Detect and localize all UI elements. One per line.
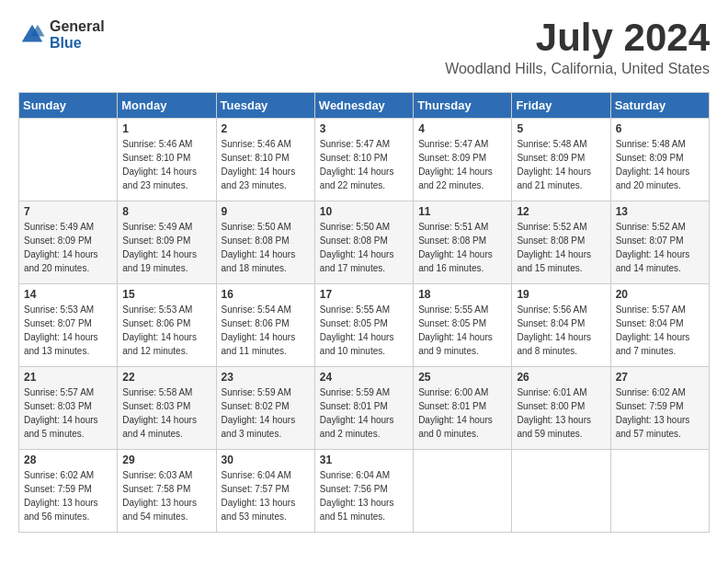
day-info: Sunrise: 5:52 AMSunset: 8:08 PMDaylight:… — [517, 220, 605, 275]
day-cell — [19, 119, 118, 201]
day-info: Sunrise: 5:57 AMSunset: 8:04 PMDaylight:… — [616, 303, 704, 358]
day-number: 25 — [418, 371, 506, 384]
day-cell: 8Sunrise: 5:49 AMSunset: 8:09 PMDaylight… — [118, 201, 216, 284]
calendar-table: SundayMondayTuesdayWednesdayThursdayFrid… — [18, 92, 710, 533]
day-cell: 14Sunrise: 5:53 AMSunset: 8:07 PMDayligh… — [19, 284, 118, 367]
day-number: 26 — [517, 371, 605, 384]
day-info: Sunrise: 5:55 AMSunset: 8:05 PMDaylight:… — [320, 303, 408, 358]
day-number: 14 — [24, 288, 112, 301]
day-info: Sunrise: 6:02 AMSunset: 7:59 PMDaylight:… — [24, 468, 112, 523]
day-info: Sunrise: 5:46 AMSunset: 8:10 PMDaylight:… — [122, 137, 210, 192]
day-cell: 15Sunrise: 5:53 AMSunset: 8:06 PMDayligh… — [118, 284, 216, 367]
day-info: Sunrise: 6:02 AMSunset: 7:59 PMDaylight:… — [616, 385, 704, 441]
day-info: Sunrise: 5:47 AMSunset: 8:10 PMDaylight:… — [320, 137, 408, 192]
day-number: 29 — [122, 454, 210, 466]
day-number: 2 — [222, 122, 310, 135]
day-cell: 24Sunrise: 5:59 AMSunset: 8:01 PMDayligh… — [314, 367, 413, 450]
day-cell: 11Sunrise: 5:51 AMSunset: 8:08 PMDayligh… — [414, 201, 512, 284]
day-cell: 31Sunrise: 6:04 AMSunset: 7:56 PMDayligh… — [314, 450, 413, 533]
week-row: 14Sunrise: 5:53 AMSunset: 8:07 PMDayligh… — [19, 284, 710, 367]
day-info: Sunrise: 5:48 AMSunset: 8:09 PMDaylight:… — [517, 137, 605, 192]
day-number: 18 — [418, 288, 506, 301]
day-number: 21 — [24, 371, 112, 384]
day-number: 17 — [320, 288, 408, 301]
day-number: 27 — [616, 371, 704, 384]
day-cell: 21Sunrise: 5:57 AMSunset: 8:03 PMDayligh… — [19, 367, 118, 450]
day-cell — [610, 450, 709, 533]
day-cell: 5Sunrise: 5:48 AMSunset: 8:09 PMDaylight… — [512, 119, 610, 201]
day-number: 20 — [616, 288, 704, 301]
day-number: 24 — [320, 371, 408, 384]
day-number: 28 — [24, 454, 112, 466]
day-info: Sunrise: 5:48 AMSunset: 8:09 PMDaylight:… — [616, 137, 704, 192]
header-cell: Tuesday — [216, 93, 314, 119]
day-cell: 19Sunrise: 5:56 AMSunset: 8:04 PMDayligh… — [512, 284, 610, 367]
day-number: 15 — [122, 288, 210, 301]
day-info: Sunrise: 5:47 AMSunset: 8:09 PMDaylight:… — [418, 137, 506, 192]
day-info: Sunrise: 5:52 AMSunset: 8:07 PMDaylight:… — [616, 220, 704, 275]
day-number: 31 — [320, 454, 408, 466]
day-cell: 23Sunrise: 5:59 AMSunset: 8:02 PMDayligh… — [216, 367, 314, 450]
logo-text: General Blue — [50, 18, 105, 51]
day-cell: 27Sunrise: 6:02 AMSunset: 7:59 PMDayligh… — [610, 367, 709, 450]
day-info: Sunrise: 6:04 AMSunset: 7:57 PMDaylight:… — [222, 468, 310, 523]
day-cell: 12Sunrise: 5:52 AMSunset: 8:08 PMDayligh… — [512, 201, 610, 284]
day-info: Sunrise: 5:57 AMSunset: 8:03 PMDaylight:… — [24, 385, 112, 441]
day-info: Sunrise: 5:59 AMSunset: 8:01 PMDaylight:… — [320, 385, 408, 441]
week-row: 1Sunrise: 5:46 AMSunset: 8:10 PMDaylight… — [19, 119, 710, 201]
day-info: Sunrise: 6:00 AMSunset: 8:01 PMDaylight:… — [418, 385, 506, 441]
day-info: Sunrise: 5:49 AMSunset: 8:09 PMDaylight:… — [122, 220, 210, 275]
week-row: 28Sunrise: 6:02 AMSunset: 7:59 PMDayligh… — [19, 450, 710, 533]
day-number: 23 — [222, 371, 310, 384]
day-cell: 22Sunrise: 5:58 AMSunset: 8:03 PMDayligh… — [118, 367, 216, 450]
day-cell: 6Sunrise: 5:48 AMSunset: 8:09 PMDaylight… — [610, 119, 709, 201]
day-info: Sunrise: 6:04 AMSunset: 7:56 PMDaylight:… — [320, 468, 408, 523]
day-cell: 25Sunrise: 6:00 AMSunset: 8:01 PMDayligh… — [414, 367, 512, 450]
header-cell: Thursday — [414, 93, 512, 119]
header-cell: Wednesday — [314, 93, 413, 119]
day-cell: 10Sunrise: 5:50 AMSunset: 8:08 PMDayligh… — [314, 201, 413, 284]
day-info: Sunrise: 5:55 AMSunset: 8:05 PMDaylight:… — [418, 303, 506, 358]
day-number: 9 — [222, 205, 310, 218]
day-cell — [414, 450, 512, 533]
page-header: General Blue July 2024 Woodland Hills, C… — [18, 18, 710, 77]
day-cell: 9Sunrise: 5:50 AMSunset: 8:08 PMDaylight… — [216, 201, 314, 284]
day-info: Sunrise: 5:50 AMSunset: 8:08 PMDaylight:… — [320, 220, 408, 275]
day-info: Sunrise: 5:58 AMSunset: 8:03 PMDaylight:… — [122, 385, 210, 441]
day-cell: 26Sunrise: 6:01 AMSunset: 8:00 PMDayligh… — [512, 367, 610, 450]
day-number: 5 — [517, 122, 605, 135]
day-cell: 7Sunrise: 5:49 AMSunset: 8:09 PMDaylight… — [19, 201, 118, 284]
day-number: 4 — [418, 122, 506, 135]
day-info: Sunrise: 6:01 AMSunset: 8:00 PMDaylight:… — [517, 385, 605, 441]
day-cell: 29Sunrise: 6:03 AMSunset: 7:58 PMDayligh… — [118, 450, 216, 533]
day-number: 30 — [222, 454, 310, 466]
header-cell: Sunday — [19, 93, 118, 119]
day-cell: 28Sunrise: 6:02 AMSunset: 7:59 PMDayligh… — [19, 450, 118, 533]
day-cell: 1Sunrise: 5:46 AMSunset: 8:10 PMDaylight… — [118, 119, 216, 201]
day-cell: 4Sunrise: 5:47 AMSunset: 8:09 PMDaylight… — [414, 119, 512, 201]
logo-general: General — [50, 18, 105, 35]
day-info: Sunrise: 5:56 AMSunset: 8:04 PMDaylight:… — [517, 303, 605, 358]
day-info: Sunrise: 5:53 AMSunset: 8:06 PMDaylight:… — [122, 303, 210, 358]
day-info: Sunrise: 5:53 AMSunset: 8:07 PMDaylight:… — [24, 303, 112, 358]
day-info: Sunrise: 5:50 AMSunset: 8:08 PMDaylight:… — [222, 220, 310, 275]
header-cell: Friday — [512, 93, 610, 119]
month-title: July 2024 — [445, 18, 710, 57]
day-number: 16 — [222, 288, 310, 301]
day-info: Sunrise: 5:59 AMSunset: 8:02 PMDaylight:… — [222, 385, 310, 441]
day-number: 12 — [517, 205, 605, 218]
day-cell: 16Sunrise: 5:54 AMSunset: 8:06 PMDayligh… — [216, 284, 314, 367]
logo: General Blue — [18, 18, 105, 51]
day-number: 3 — [320, 122, 408, 135]
week-row: 21Sunrise: 5:57 AMSunset: 8:03 PMDayligh… — [19, 367, 710, 450]
day-number: 11 — [418, 205, 506, 218]
day-number: 7 — [24, 205, 112, 218]
day-number: 22 — [122, 371, 210, 384]
day-cell: 20Sunrise: 5:57 AMSunset: 8:04 PMDayligh… — [610, 284, 709, 367]
day-number: 1 — [122, 122, 210, 135]
day-cell: 30Sunrise: 6:04 AMSunset: 7:57 PMDayligh… — [216, 450, 314, 533]
day-cell: 3Sunrise: 5:47 AMSunset: 8:10 PMDaylight… — [314, 119, 413, 201]
header-cell: Monday — [118, 93, 216, 119]
day-cell — [512, 450, 610, 533]
header-cell: Saturday — [610, 93, 709, 119]
